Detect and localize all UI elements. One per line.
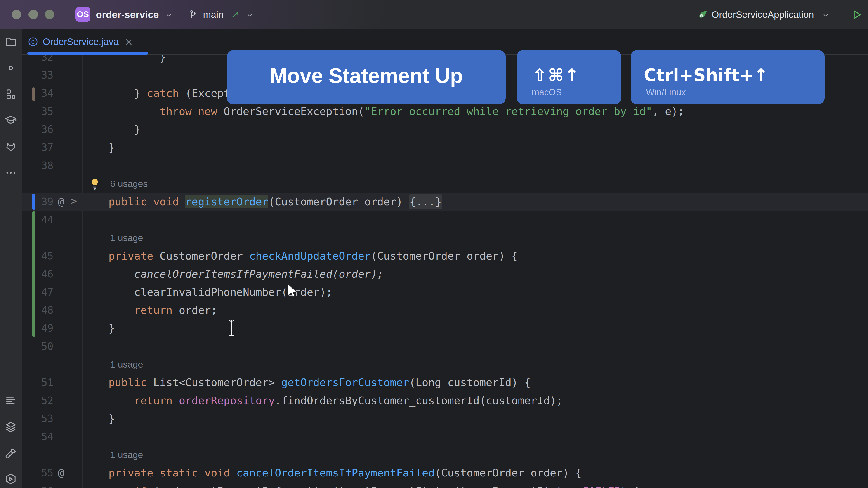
- chevron-down-icon[interactable]: [165, 11, 173, 19]
- commit-tool-button[interactable]: [4, 62, 17, 74]
- gitlab-tool-button[interactable]: [4, 140, 17, 153]
- token: public: [108, 376, 147, 389]
- tab-orderservice-java[interactable]: C OrderService.java ×: [27, 29, 133, 54]
- line-number[interactable]: 44: [24, 211, 53, 229]
- usages-inlay-hint[interactable]: 6 usages: [110, 175, 148, 193]
- line-number[interactable]: 33: [24, 66, 53, 84]
- inlay-hint-row: 1 usage: [22, 355, 868, 373]
- macos-shortcut-keys: ⇧⌘↑: [532, 65, 580, 85]
- line-number[interactable]: 49: [24, 319, 53, 337]
- line-number[interactable]: 37: [24, 138, 53, 157]
- fold-arrow-icon[interactable]: >: [71, 193, 77, 211]
- structure-tool-button[interactable]: [4, 88, 17, 101]
- code-text[interactable]: }: [108, 319, 115, 337]
- token: }: [108, 412, 115, 425]
- active-tab-indicator: [27, 52, 148, 55]
- usages-inlay-hint[interactable]: 1 usage: [110, 229, 143, 247]
- layers-icon: [4, 421, 17, 433]
- token: FAILED: [582, 485, 620, 488]
- chevron-down-icon[interactable]: [246, 11, 254, 19]
- code-line: 39@>public void registerOrder(CustomerOr…: [22, 193, 868, 211]
- shortcut-overlay-macos-panel: ⇧⌘↑ macOS: [517, 50, 621, 104]
- learn-tool-button[interactable]: [4, 114, 17, 127]
- line-number[interactable]: 39: [24, 193, 53, 211]
- token: }: [108, 55, 166, 63]
- line-number[interactable]: 50: [24, 337, 53, 355]
- line-number[interactable]: 53: [24, 410, 53, 428]
- token: }: [108, 322, 115, 334]
- line-number[interactable]: 52: [24, 392, 53, 410]
- more-tool-windows-button[interactable]: [4, 166, 17, 179]
- code-text[interactable]: clearInvalidPhoneNumber(order);: [108, 283, 332, 301]
- line-number[interactable]: 47: [24, 283, 53, 301]
- run-button[interactable]: [850, 8, 863, 21]
- branch-name[interactable]: main: [203, 0, 223, 29]
- vcs-change-bar[interactable]: [32, 194, 35, 210]
- window-close-button[interactable]: [12, 10, 21, 19]
- code-text[interactable]: }: [108, 138, 115, 157]
- vcs-change-bar[interactable]: [32, 88, 35, 101]
- token: (CustomerOrder order): [268, 195, 409, 208]
- todo-tool-button[interactable]: [4, 394, 17, 407]
- token: if: [134, 485, 147, 488]
- project-tool-button[interactable]: [4, 35, 17, 48]
- code-line: 51public List<CustomerOrder> getOrdersFo…: [22, 373, 868, 392]
- token: }: [108, 87, 147, 99]
- code-text[interactable]: private static void cancelOrderItemsIfPa…: [108, 464, 582, 482]
- code-text[interactable]: public List<CustomerOrder> getOrdersForC…: [108, 373, 531, 392]
- line-number[interactable]: 55: [24, 464, 53, 482]
- intention-lightbulb-icon[interactable]: [89, 177, 101, 191]
- line-number[interactable]: 38: [24, 157, 53, 175]
- window-zoom-button[interactable]: [45, 10, 55, 19]
- token: clearInvalidPhoneNumber(order);: [108, 286, 332, 298]
- token: ) {: [620, 485, 640, 488]
- code-text[interactable]: public void registerOrder(CustomerOrder …: [108, 193, 442, 211]
- line-number[interactable]: 36: [24, 121, 53, 138]
- annotation-gutter-icon[interactable]: @: [58, 193, 64, 211]
- code-text[interactable]: cancelOrderItemsIfPaymentFailed(order);: [108, 265, 383, 283]
- inlay-hint-row: 1 usage: [22, 446, 868, 464]
- token: getOrdersForCustomer: [281, 376, 409, 389]
- line-number[interactable]: 54: [24, 428, 53, 446]
- line-number[interactable]: 46: [24, 265, 53, 283]
- code-text[interactable]: }: [108, 121, 141, 138]
- tab-close-icon[interactable]: ×: [125, 36, 133, 47]
- code-text[interactable]: throw new OrderServiceException("Error o…: [108, 102, 684, 121]
- git-branch-icon[interactable]: [188, 9, 198, 20]
- code-text[interactable]: }: [108, 55, 166, 66]
- project-name[interactable]: order-service: [96, 0, 159, 29]
- line-number[interactable]: 56: [24, 482, 53, 488]
- run-configuration-name[interactable]: OrderServiceApplication: [712, 0, 814, 29]
- line-number[interactable]: 34: [24, 84, 53, 102]
- annotation-gutter-icon[interactable]: @: [58, 464, 64, 482]
- line-number[interactable]: 32: [24, 55, 53, 66]
- code-line: 44: [22, 211, 868, 229]
- line-number[interactable]: 35: [24, 102, 53, 121]
- build-tool-button[interactable]: [4, 447, 17, 460]
- code-text[interactable]: return order;: [108, 301, 217, 319]
- window-minimize-button[interactable]: [29, 10, 38, 19]
- code-line: 48 return order;: [22, 301, 868, 319]
- code-text[interactable]: }: [108, 410, 115, 428]
- ide-window: 32 }3334 } catch (Exception e) {35 throw…: [0, 0, 868, 488]
- usages-inlay-hint[interactable]: 1 usage: [110, 355, 143, 373]
- code-line: 46 cancelOrderItemsIfPaymentFailed(order…: [22, 265, 868, 283]
- text-lines-icon: [4, 394, 17, 407]
- code-editor[interactable]: 32 }3334 } catch (Exception e) {35 throw…: [22, 55, 868, 488]
- line-number[interactable]: 51: [24, 373, 53, 392]
- usages-inlay-hint[interactable]: 1 usage: [110, 446, 143, 464]
- code-line: 56 if (order.getPaymentInformation().get…: [22, 482, 868, 488]
- gitlab-icon: [4, 140, 17, 153]
- code-text[interactable]: private CustomerOrder checkAndUpdateOrde…: [108, 247, 518, 265]
- code-text[interactable]: if (order.getPaymentInformation().getPay…: [108, 482, 640, 488]
- folded-region[interactable]: {...}: [409, 194, 442, 209]
- line-number[interactable]: 48: [24, 301, 53, 319]
- services-tool-button[interactable]: [4, 473, 17, 485]
- database-tool-button[interactable]: [4, 421, 17, 433]
- code-line: 49}: [22, 319, 868, 337]
- code-text[interactable]: return orderRepository.findOrdersByCusto…: [108, 392, 563, 410]
- project-badge[interactable]: OS: [75, 7, 90, 22]
- chevron-down-icon[interactable]: [822, 11, 830, 19]
- line-number[interactable]: 45: [24, 247, 53, 265]
- vcs-change-bar[interactable]: [32, 211, 35, 337]
